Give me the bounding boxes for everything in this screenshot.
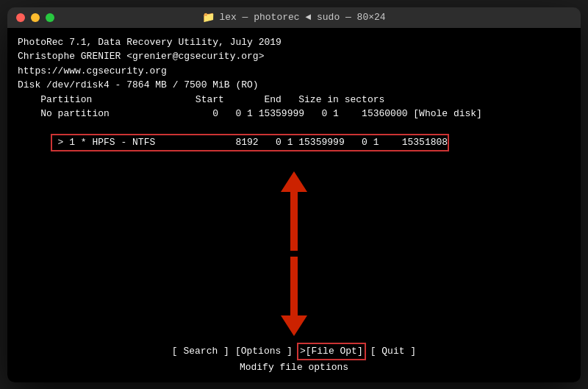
arrows-indicator (281, 171, 307, 336)
bottom-hint: Modify file options (7, 360, 581, 375)
menu-quit[interactable]: [ Quit ] (370, 344, 416, 359)
folder-icon: 📁 (202, 11, 215, 24)
bottom-menu: [ Search ] [Options ] >[File Opt] [ Quit… (7, 344, 581, 359)
minimize-button[interactable] (31, 13, 40, 22)
menu-options[interactable]: [Options ] (235, 344, 293, 359)
terminal-window: 📁 lex — photorec ◄ sudo — 80×24 PhotoRec… (7, 7, 581, 382)
line-3: https://www.cgsecurity.org (18, 64, 570, 79)
line-2: Christophe GRENIER <grenier@cgsecurity.o… (18, 49, 570, 64)
maximize-button[interactable] (46, 13, 54, 22)
close-button[interactable] (16, 13, 25, 22)
terminal-body[interactable]: PhotoRec 7.1, Data Recovery Utility, Jul… (7, 28, 581, 382)
line-1: PhotoRec 7.1, Data Recovery Utility, Jul… (18, 35, 570, 50)
arrow-up-shaft (290, 192, 298, 251)
arrow-down-shaft (290, 257, 298, 315)
titlebar: 📁 lex — photorec ◄ sudo — 80×24 (7, 7, 581, 28)
menu-search[interactable]: [ Search ] (172, 344, 229, 359)
arrow-up-head (281, 171, 307, 192)
selected-partition-highlight: > 1 * HPFS - NTFS 8192 0 1 15359999 0 1 … (52, 135, 448, 150)
menu-file-opt[interactable]: >[File Opt] (298, 344, 365, 359)
table-row-nopart: No partition 0 0 1 15359999 0 1 15360000… (18, 107, 570, 121)
traffic-lights (16, 13, 54, 22)
table-row-selected: > 1 * HPFS - NTFS 8192 0 1 15359999 0 1 … (18, 121, 570, 165)
arrow-down-group (281, 257, 307, 336)
window-title: 📁 lex — photorec ◄ sudo — 80×24 (202, 11, 385, 24)
line-5: Disk /dev/rdisk4 - 7864 MB / 7500 MiB (R… (18, 78, 570, 93)
table-header: Partition Start End Size in sectors (18, 93, 570, 107)
arrow-down-head (281, 315, 307, 336)
